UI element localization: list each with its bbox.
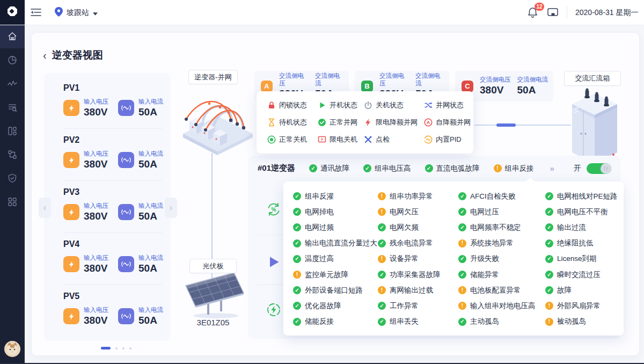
expand-more-chevron[interactable]: » — [550, 164, 554, 173]
sidebar-item-home[interactable] — [0, 25, 25, 48]
station-selector[interactable]: 坡跟站 — [55, 7, 98, 18]
alarm-item: ✓功率采集器故障 — [378, 270, 458, 280]
inverter-badge-label: 通讯故障 — [320, 164, 349, 173]
inverter-status-badges: ✓通讯故障✓组串电压高✓直流电弧故障!组串反接 — [309, 164, 534, 173]
pagination-dot-2[interactable] — [122, 347, 125, 350]
warn-status-icon: ! — [458, 302, 466, 310]
pagination-dot-0[interactable] — [101, 347, 111, 350]
sidebar-item-activity[interactable] — [0, 72, 25, 96]
power-flow-segment — [496, 123, 516, 127]
status-legend-label: 待机状态 — [279, 118, 307, 127]
alarm-item-label: 电网电压不平衡 — [557, 207, 608, 217]
pv-current: 输入电流50A — [118, 98, 163, 118]
carousel-next-button[interactable]: › — [165, 198, 177, 218]
status-legend-label: 闭锁状态 — [279, 100, 307, 110]
pv-board-code: 3E01Z05 — [189, 318, 237, 327]
alarm-item-label: 电网频率不稳定 — [470, 223, 521, 232]
status-legend-item: 关机状态 — [364, 100, 424, 110]
power-toggle[interactable] — [587, 163, 611, 174]
sidebar-item-apps[interactable] — [0, 190, 25, 214]
ok-status-icon: ✓ — [293, 223, 301, 231]
alarm-item: ✓瞬时交流过压 — [545, 270, 624, 280]
svg-text:A: A — [427, 120, 430, 125]
sidebar-item-list-search[interactable] — [0, 96, 25, 119]
status-legend-popup: 闭锁状态开机状态关机状态并网状态待机状态正常并网限电降额并网A自降额并网正常关机… — [257, 91, 473, 154]
warn-status-icon: ! — [378, 255, 386, 263]
status-legend-item: 开机状态 — [318, 100, 364, 110]
pv-voltage-value: 380V — [84, 263, 108, 274]
ok-status-icon: ✓ — [545, 255, 553, 263]
ok-status-icon: ✓ — [545, 208, 553, 216]
current-wave-icon — [118, 100, 134, 116]
inverter-tag: 逆变器-并网 — [188, 70, 238, 84]
pv-item: PV3输入电压380V输入电流50A — [44, 180, 171, 232]
station-name: 坡跟站 — [67, 8, 89, 18]
alarm-item: !设备异常 — [378, 254, 458, 264]
status-legend-item: 并网状态 — [424, 100, 473, 110]
ac-voltage-value: 380V — [480, 84, 511, 96]
ac-voltage-label: 交流侧电压 — [480, 76, 511, 83]
app-logo-icon[interactable] — [0, 0, 25, 25]
alarm-item: !离网输出过载 — [378, 286, 458, 295]
alarm-item: ✓电网相线对PE短路 — [545, 192, 624, 201]
alarm-item-label: 组串反灌 — [305, 192, 334, 201]
current-wave-icon — [118, 308, 134, 324]
circle-a-icon: A — [424, 118, 433, 127]
user-avatar[interactable] — [4, 341, 20, 357]
ac-voltage: 交流侧电压380V — [480, 76, 511, 96]
alarm-item: ✓储能反接 — [293, 317, 378, 326]
alarm-item-label: 输出过流 — [557, 223, 586, 232]
status-legend-item: 内置PID — [424, 135, 473, 144]
menu-fold-icon[interactable] — [31, 8, 41, 19]
ok-status-icon: ✓ — [458, 271, 466, 279]
pv-current-value: 50A — [138, 106, 163, 118]
pid-icon — [424, 135, 433, 144]
alarm-item-label: 输出电流直流分量过大 — [305, 238, 377, 248]
sidebar-item-sitemap[interactable] — [0, 143, 25, 166]
pv-voltage-value: 380V — [84, 210, 108, 222]
alarm-item: !外部风扇异常 — [545, 301, 624, 311]
pv-voltage-text: 输入电压380V — [84, 254, 108, 274]
alarm-item: ✓储能异常 — [458, 270, 545, 280]
ac-current-label: 交流侧电流 — [315, 72, 345, 86]
status-legend-label: 内置PID — [436, 135, 462, 144]
pv-voltage: 输入电压380V — [63, 254, 108, 274]
warn-status-icon: ! — [458, 286, 466, 294]
chevron-down-icon — [93, 9, 98, 17]
alarm-item: ✓故障 — [545, 286, 624, 295]
sidebar-item-shield-check[interactable] — [0, 166, 25, 190]
status-legend-item: 限电关机 — [318, 135, 364, 144]
alarm-item: ✓输出过流 — [545, 223, 624, 232]
fullscreen-icon[interactable] — [547, 8, 558, 19]
alarm-item-label: 电网过压 — [470, 207, 499, 217]
run-status-icon — [269, 256, 280, 270]
pv-current-value: 50A — [138, 263, 163, 274]
alarm-item: ✓电网欠频 — [378, 223, 458, 232]
pv-metrics: 输入电压380V输入电流50A — [63, 202, 171, 222]
warn-status-icon: ! — [545, 302, 553, 310]
ok-status-icon: ✓ — [378, 302, 386, 310]
carousel-prev-button[interactable]: ‹ — [39, 198, 51, 218]
pv-name: PV5 — [63, 292, 171, 301]
alarm-item: ✓组串丢失 — [378, 317, 458, 326]
ok-status-icon: ✓ — [458, 318, 466, 326]
alarm-item: !输入组串对地电压高 — [458, 301, 545, 311]
sidebar-item-kanban[interactable] — [0, 119, 25, 143]
pagination-dot-3[interactable] — [129, 347, 131, 350]
alarm-item-label: 主动孤岛 — [470, 317, 499, 326]
status-legend-item: 正常关机 — [267, 135, 318, 144]
alarm-item: !系统接地异常 — [458, 238, 545, 248]
status-legend-label: 并网状态 — [436, 100, 464, 110]
pagination-dot-1[interactable] — [115, 347, 118, 350]
alarm-item: !监控单元故障 — [293, 270, 378, 280]
alarm-item-label: 被动孤岛 — [557, 317, 586, 326]
ok-status-icon: ✓ — [293, 192, 301, 200]
sidebar-item-pie-chart[interactable] — [0, 48, 25, 72]
ok-status-icon: ✓ — [378, 223, 386, 231]
ok-status-icon: ✓ — [425, 164, 433, 172]
pv-voltage-label: 输入电压 — [84, 98, 108, 106]
back-chevron-icon[interactable]: ‹ — [43, 50, 47, 61]
alarm-item-label: 工作异常 — [390, 301, 419, 311]
pv-voltage-label: 输入电压 — [84, 202, 108, 210]
pv-voltage-label: 输入电压 — [84, 306, 108, 314]
